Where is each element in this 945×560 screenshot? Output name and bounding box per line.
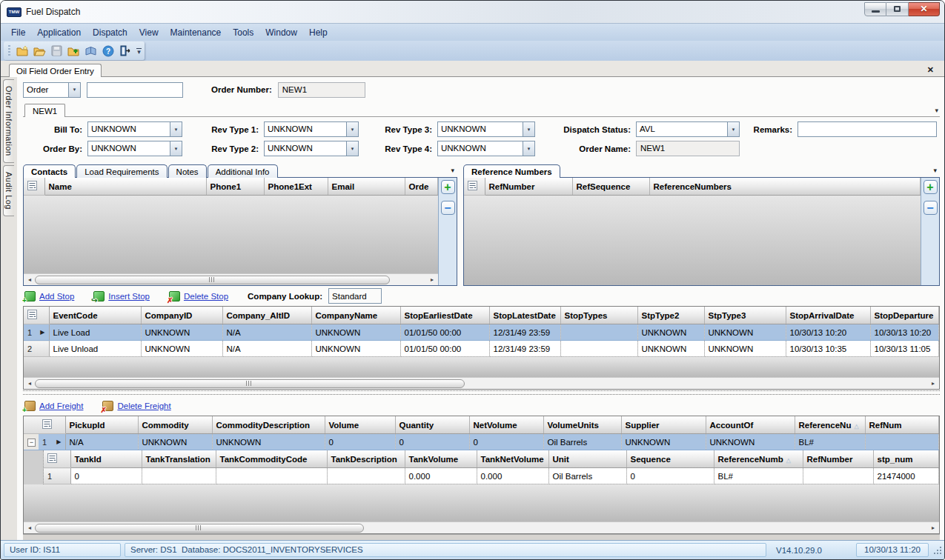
menu-application[interactable]: Application bbox=[31, 25, 87, 40]
help-icon[interactable]: ? bbox=[100, 44, 116, 59]
col-header[interactable]: StopArrivalDate bbox=[786, 307, 870, 324]
dropdown-icon[interactable]: ▼ bbox=[523, 141, 534, 156]
scroll-thumb[interactable] bbox=[35, 379, 465, 388]
tab-reference-numbers[interactable]: Reference Numbers bbox=[463, 164, 560, 178]
insert-stop-link[interactable]: Insert Stop bbox=[108, 292, 150, 301]
remove-reference-button[interactable]: − bbox=[924, 201, 938, 215]
col-header[interactable]: StpType2 bbox=[637, 307, 704, 324]
cell[interactable]: 0 bbox=[626, 468, 714, 484]
cell[interactable] bbox=[327, 468, 405, 484]
scroll-left-icon[interactable]: ◂ bbox=[24, 524, 35, 531]
cell[interactable]: Oil Barrels bbox=[543, 434, 621, 450]
collapse-row-icon[interactable]: − bbox=[27, 439, 36, 447]
cell[interactable]: UNKNOWN bbox=[637, 324, 704, 341]
cell[interactable]: 10/30/13 10:20 bbox=[870, 324, 939, 341]
col-header[interactable]: Volume bbox=[325, 416, 395, 434]
cell[interactable]: 10/30/13 10:35 bbox=[786, 341, 870, 357]
book-icon[interactable] bbox=[83, 44, 99, 59]
col-header[interactable]: StopLatestDate bbox=[489, 307, 560, 324]
dropdown-icon[interactable]: ▼ bbox=[170, 141, 182, 156]
tab-additional-info[interactable]: Additional Info bbox=[208, 164, 278, 178]
cell[interactable]: UNKNOWN bbox=[212, 434, 325, 450]
field-chooser-icon[interactable] bbox=[27, 310, 37, 319]
cell[interactable]: 0 bbox=[325, 434, 395, 450]
scroll-thumb[interactable] bbox=[35, 276, 390, 284]
remarks-input[interactable] bbox=[798, 121, 937, 137]
order-tab-dropdown-icon[interactable]: ▾ bbox=[935, 107, 938, 114]
toolbar-overflow-icon[interactable]: ▾ bbox=[136, 48, 142, 54]
cell[interactable] bbox=[865, 434, 939, 450]
col-header[interactable]: AccountOf bbox=[706, 416, 795, 434]
cell[interactable]: UNKNOWN bbox=[704, 341, 786, 357]
scroll-right-icon[interactable]: ▸ bbox=[928, 380, 938, 387]
cell[interactable]: N/A bbox=[65, 434, 138, 450]
col-header[interactable]: PickupId bbox=[65, 416, 138, 434]
cell[interactable]: 0.000 bbox=[477, 468, 548, 484]
remove-contact-button[interactable]: − bbox=[441, 201, 455, 215]
cell[interactable]: UNKNOWN bbox=[637, 341, 704, 357]
dropdown-icon[interactable]: ▼ bbox=[346, 141, 358, 156]
add-stop-link[interactable]: Add Stop bbox=[39, 292, 74, 301]
order-by-combo[interactable]: UNKNOWN ▼ bbox=[87, 141, 182, 156]
close-button[interactable]: ✕ bbox=[909, 2, 940, 16]
save-icon[interactable] bbox=[49, 44, 64, 59]
company-lookup-field[interactable]: Standard bbox=[328, 288, 382, 304]
dropdown-icon[interactable]: ▼ bbox=[170, 122, 182, 136]
col-header[interactable]: CompanyName bbox=[311, 307, 400, 324]
document-close-icon[interactable]: ✕ bbox=[927, 65, 934, 75]
cell[interactable]: Live Unload bbox=[49, 341, 141, 357]
col-header[interactable]: TankVolume bbox=[405, 450, 477, 468]
cell[interactable]: UNKNOWN bbox=[141, 341, 222, 357]
delete-stop-button[interactable]: ✗ Delete Stop bbox=[169, 291, 228, 301]
cell[interactable]: 01/01/50 00:00 bbox=[400, 324, 489, 341]
cell[interactable]: BL# bbox=[714, 468, 803, 484]
section-divider[interactable] bbox=[23, 390, 940, 395]
col-header[interactable]: Unit bbox=[548, 450, 626, 468]
col-header-orderby[interactable]: Orde bbox=[405, 178, 438, 196]
col-header-phone1[interactable]: Phone1 bbox=[206, 178, 264, 196]
scroll-left-icon[interactable]: ◂ bbox=[24, 380, 35, 387]
col-header[interactable]: ReferenceNu△ bbox=[795, 416, 865, 434]
restore-button[interactable] bbox=[886, 2, 909, 16]
menu-dispatch[interactable]: Dispatch bbox=[87, 25, 133, 40]
cell[interactable]: 10/30/13 10:20 bbox=[786, 324, 870, 341]
dropdown-icon[interactable]: ▼ bbox=[523, 122, 534, 136]
menu-window[interactable]: Window bbox=[259, 25, 303, 40]
col-header[interactable]: TankCommodityCode bbox=[216, 450, 327, 468]
add-freight-link[interactable]: Add Freight bbox=[39, 401, 83, 410]
cell[interactable]: UNKNOWN bbox=[311, 324, 400, 341]
contacts-horizontal-scrollbar[interactable]: ◂ ▸ bbox=[24, 273, 438, 285]
add-contact-button[interactable]: + bbox=[441, 180, 455, 194]
toolbar-grip[interactable] bbox=[8, 45, 10, 57]
scroll-right-icon[interactable]: ▸ bbox=[427, 276, 437, 283]
rev-type-2-combo[interactable]: UNKNOWN ▼ bbox=[264, 141, 359, 156]
cell[interactable]: Live Load bbox=[49, 324, 141, 341]
bill-to-combo[interactable]: UNKNOWN ▼ bbox=[87, 121, 182, 137]
field-chooser-icon[interactable] bbox=[47, 453, 57, 463]
cell[interactable] bbox=[216, 468, 327, 484]
col-header[interactable]: StopEarliestDate bbox=[400, 307, 489, 324]
col-header[interactable]: CommodityDescription bbox=[212, 416, 325, 434]
col-header[interactable]: StopTypes bbox=[560, 307, 637, 324]
cell[interactable]: 01/01/50 00:00 bbox=[400, 341, 489, 357]
cell[interactable]: UNKNOWN bbox=[704, 324, 786, 341]
col-header-name[interactable]: Name bbox=[44, 178, 206, 196]
col-header-email[interactable]: Email bbox=[328, 178, 405, 196]
add-stop-button[interactable]: + Add Stop bbox=[24, 291, 74, 301]
exit-icon[interactable] bbox=[117, 44, 133, 59]
freight-horizontal-scrollbar[interactable]: ◂ ▸ bbox=[24, 521, 939, 533]
dropdown-icon[interactable]: ▼ bbox=[68, 83, 80, 97]
cell[interactable]: UNKNOWN bbox=[311, 341, 400, 357]
contacts-tabs-dropdown-icon[interactable]: ▾ bbox=[451, 167, 454, 174]
cell[interactable]: 0 bbox=[469, 434, 543, 450]
cell[interactable] bbox=[560, 341, 637, 357]
open-icon[interactable] bbox=[32, 44, 47, 59]
delete-stop-link[interactable]: Delete Stop bbox=[184, 292, 228, 301]
field-chooser-icon[interactable] bbox=[42, 419, 52, 429]
col-header[interactable]: Supplier bbox=[621, 416, 706, 434]
rev-type-3-combo[interactable]: UNKNOWN ▼ bbox=[437, 121, 535, 137]
tank-row-1[interactable]: 1 0 0.000 0.000 Oil Barrels 0 BL# 214740… bbox=[44, 468, 939, 484]
add-reference-button[interactable]: + bbox=[924, 180, 938, 194]
cell[interactable]: 21474000 bbox=[873, 468, 939, 484]
tab-audit-log[interactable]: Audit Log bbox=[3, 165, 14, 216]
